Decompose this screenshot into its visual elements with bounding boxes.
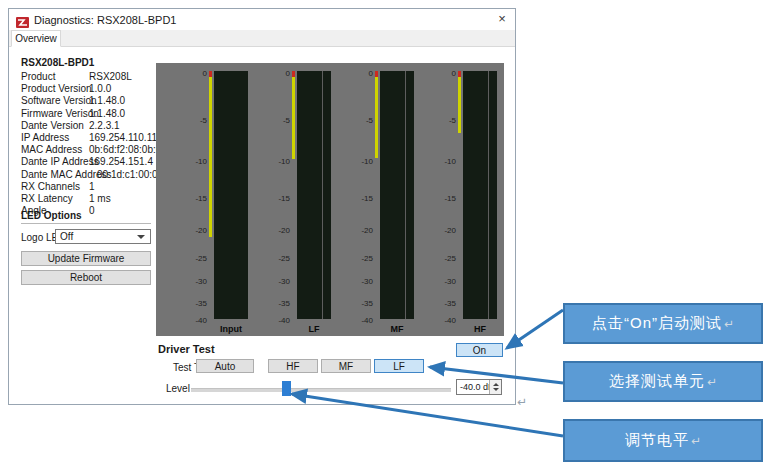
meter-column-mf	[380, 71, 414, 319]
info-row-label: Dante Version	[21, 120, 84, 131]
spin-up-icon[interactable]	[493, 383, 499, 386]
meter-tick-label: -20	[260, 227, 290, 235]
meter-label-lf: LF	[289, 324, 339, 334]
info-row-value: 1.0.0	[89, 83, 111, 94]
level-label: Level	[166, 383, 190, 394]
update-firmware-button[interactable]: Update Firmware	[21, 251, 151, 266]
window-title: Diagnostics: RSX208L-BPD1	[34, 14, 176, 26]
title-bar[interactable]: Diagnostics: RSX208L-BPD1	[9, 9, 515, 30]
meter-tick-label: -35	[343, 300, 373, 308]
meter-tick-label: -5	[343, 117, 373, 125]
meter-tick-label: -5	[426, 117, 456, 125]
info-row-label: Firmware Verison	[21, 108, 99, 119]
return-mark: ↵	[517, 395, 527, 409]
meter-tick-label: -15	[260, 195, 290, 203]
meter-tick-label: -40	[343, 317, 373, 325]
close-icon[interactable]: ×	[495, 12, 509, 26]
meter-column-hf	[463, 71, 497, 319]
meter-tick-label: 0	[260, 70, 290, 78]
meter-column-divider	[322, 71, 323, 319]
app-icon	[16, 14, 29, 25]
meter-tick-label: -20	[343, 227, 373, 235]
level-slider[interactable]	[282, 381, 291, 396]
diagnostics-dialog: Diagnostics: RSX208L-BPD1 × Overview RSX…	[8, 8, 516, 405]
logo-led-value: Off	[60, 231, 73, 242]
reboot-button[interactable]: Reboot	[21, 270, 151, 285]
meter-column-divider	[488, 71, 489, 319]
divider	[21, 223, 151, 224]
info-row-value: 169.254.110.11	[89, 132, 157, 143]
test-type-auto-button[interactable]: Auto	[196, 359, 254, 373]
chevron-down-icon	[137, 235, 145, 239]
meter-tick-label: -10	[177, 158, 207, 166]
test-type-lf-button[interactable]: LF	[374, 359, 424, 373]
info-row-value: 2.2.3.1	[89, 120, 120, 131]
meter-tick-label: -10	[260, 158, 290, 166]
tab-overview[interactable]: Overview	[11, 30, 61, 47]
meter-tick-label: -35	[426, 300, 456, 308]
info-row-value: 1.1.48.0	[89, 108, 125, 119]
meter-tick-label: -30	[177, 278, 207, 286]
test-type-hf-button[interactable]: HF	[268, 359, 318, 373]
meter-tick-label: 0	[343, 70, 373, 78]
spinner-buttons[interactable]	[489, 380, 501, 394]
meter-tick-label: -40	[426, 317, 456, 325]
meter-tick-label: -35	[260, 300, 290, 308]
info-row-value: 1 ms	[89, 193, 111, 204]
test-type-mf-button[interactable]: MF	[321, 359, 371, 373]
meter-tick-label: -25	[343, 255, 373, 263]
info-row-value: RSX208L	[89, 71, 132, 82]
meter-tick-label: -15	[426, 195, 456, 203]
spin-down-icon[interactable]	[493, 388, 499, 391]
on-button[interactable]: On	[456, 343, 503, 357]
info-row-value: 1.1.48.0	[89, 95, 125, 106]
meter-tick-label: -20	[426, 227, 456, 235]
meter-tick-label: -15	[343, 195, 373, 203]
meter-level-bar	[292, 77, 295, 159]
meter-tick-label: 0	[426, 70, 456, 78]
info-row-label: Product	[21, 71, 55, 82]
info-row-value: 1	[89, 181, 95, 192]
meter-tick-label: -25	[260, 255, 290, 263]
page: Diagnostics: RSX208L-BPD1 × Overview RSX…	[0, 0, 770, 469]
meter-tick-label: -5	[177, 117, 207, 125]
info-row-value: 0	[89, 205, 95, 216]
meter-tick-label: -30	[343, 278, 373, 286]
device-name: RSX208L-BPD1	[21, 57, 94, 68]
meter-tick-label: -20	[177, 227, 207, 235]
return-mark: ↵	[724, 317, 734, 331]
meter-level-bar	[458, 77, 461, 133]
meter-label-mf: MF	[372, 324, 422, 334]
level-slider-track[interactable]	[191, 388, 451, 392]
meter-level-bar	[209, 77, 212, 237]
tab-strip: Overview	[9, 30, 515, 47]
meter-tick-label: -15	[177, 195, 207, 203]
meter-tick-label: -40	[260, 317, 290, 325]
meter-tick-label: -30	[426, 278, 456, 286]
meter-label-hf: HF	[455, 324, 505, 334]
info-row-label: RX Channels	[21, 181, 80, 192]
info-row-label: MAC Address	[21, 144, 82, 155]
meter-column-divider	[405, 71, 406, 319]
led-options-header: LED Options	[21, 210, 82, 221]
info-row-value: 169.254.151.4	[89, 156, 153, 167]
meter-column-input	[214, 71, 248, 319]
meter-label-input: Input	[206, 324, 256, 334]
level-spinbox[interactable]: -40.0 dB	[456, 379, 502, 395]
callout-text: 选择测试单元	[609, 372, 705, 391]
return-mark: ↵	[691, 434, 701, 448]
callout-select-unit: 选择测试单元↵	[563, 361, 763, 402]
callout-start-test: 点击“On”启动测试↵	[563, 303, 763, 344]
meter-tick-label: 0	[177, 70, 207, 78]
meter-tick-label: -35	[177, 300, 207, 308]
meter-level-bar	[375, 77, 378, 158]
callout-text: 点击“On”启动测试	[592, 314, 722, 333]
info-row-label: Dante IP Address	[21, 156, 99, 167]
logo-led-select[interactable]: Off	[55, 229, 151, 244]
return-mark: ↵	[707, 375, 717, 389]
info-row-label: Product Version	[21, 83, 92, 94]
level-meter-panel: 0-5-10-15-20-25-30-35-40Input0-5-10-15-2…	[156, 63, 504, 336]
driver-test-header: Driver Test	[158, 343, 215, 355]
meter-tick-label: -25	[426, 255, 456, 263]
meter-column-lf	[297, 71, 331, 319]
